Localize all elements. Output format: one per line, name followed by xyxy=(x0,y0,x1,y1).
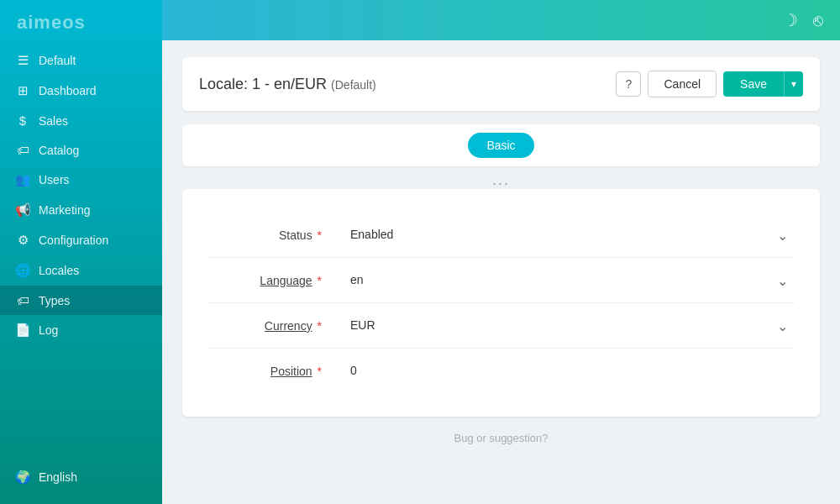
currency-label: Currency * xyxy=(207,319,342,333)
language-label: Language * xyxy=(207,274,342,287)
page-title-text: Locale: 1 - en/EUR xyxy=(199,76,327,92)
sidebar-item-sales[interactable]: $ Sales xyxy=(0,106,162,135)
sidebar-item-locales[interactable]: 🌐 Locales xyxy=(0,255,162,286)
types-icon: 🏷 xyxy=(15,293,30,307)
page-title: Locale: 1 - en/EUR (Default) xyxy=(199,76,376,93)
sales-icon: $ xyxy=(15,113,30,128)
logo-text-accent: eos xyxy=(51,12,86,33)
dashboard-icon: ⊞ xyxy=(15,83,30,98)
sidebar-label-log: Log xyxy=(39,323,58,337)
status-label-text: Status xyxy=(279,228,312,242)
locales-icon: 🌐 xyxy=(15,263,30,278)
sidebar-label-catalog: Catalog xyxy=(39,144,79,157)
tabs-bar: Basic xyxy=(182,124,820,166)
sidebar-item-marketing[interactable]: 📢 Marketing xyxy=(0,195,162,225)
sidebar-label-locales: Locales xyxy=(39,264,79,277)
sidebar-item-default[interactable]: ☰ Default xyxy=(0,45,162,76)
sidebar-item-catalog[interactable]: 🏷 Catalog xyxy=(0,135,162,165)
position-input[interactable] xyxy=(342,357,795,385)
sidebar-label-sales: Sales xyxy=(39,114,68,128)
language-select[interactable]: en de fr xyxy=(342,266,795,294)
logo: aimeos xyxy=(0,0,162,45)
default-badge: (Default) xyxy=(331,78,376,92)
english-icon: 🌍 xyxy=(15,470,30,485)
form-row-position: Position * xyxy=(207,349,795,393)
more-dots[interactable]: ... xyxy=(182,171,820,189)
logout-icon[interactable]: ⎋ xyxy=(813,11,823,30)
sidebar-item-users[interactable]: 👥 Users xyxy=(0,165,162,195)
sidebar-item-types[interactable]: 🏷 Types xyxy=(0,286,162,315)
tab-basic[interactable]: Basic xyxy=(468,133,533,158)
cancel-button[interactable]: Cancel xyxy=(648,71,717,97)
position-required: * xyxy=(314,365,322,378)
language-required: * xyxy=(314,274,322,287)
status-required: * xyxy=(314,228,322,242)
sidebar-label-types: Types xyxy=(39,294,70,307)
catalog-icon: 🏷 xyxy=(15,143,30,157)
status-label: Status * xyxy=(207,228,342,242)
status-control: Enabled Disabled ⌄ xyxy=(342,221,795,249)
sidebar-item-dashboard[interactable]: ⊞ Dashboard xyxy=(0,76,162,106)
language-label-link[interactable]: Language xyxy=(260,274,312,287)
configuration-icon: ⚙ xyxy=(15,233,30,248)
currency-required: * xyxy=(314,319,322,333)
footer-text: Bug or suggestion? xyxy=(182,432,820,444)
sidebar-label-english: English xyxy=(39,470,77,484)
sidebar-item-english[interactable]: 🌍 English xyxy=(0,462,162,492)
sidebar-label-configuration: Configuration xyxy=(39,234,108,247)
logo-text-main: aim xyxy=(17,12,51,33)
sidebar: aimeos ☰ Default ⊞ Dashboard $ Sales 🏷 C… xyxy=(0,0,162,504)
sidebar-item-log[interactable]: 📄 Log xyxy=(0,315,162,345)
sidebar-label-users: Users xyxy=(39,173,70,186)
save-button-group: Save ▾ xyxy=(723,71,803,97)
help-button[interactable]: ? xyxy=(616,71,641,97)
form-row-language: Language * en de fr ⌄ xyxy=(207,258,795,303)
sidebar-label-dashboard: Dashboard xyxy=(39,84,97,97)
dark-mode-icon[interactable]: ☽ xyxy=(783,10,798,30)
users-icon: 👥 xyxy=(15,172,30,187)
position-label: Position * xyxy=(207,365,342,378)
currency-select[interactable]: EUR USD GBP xyxy=(342,312,795,339)
language-control: en de fr ⌄ xyxy=(342,266,795,294)
position-label-link[interactable]: Position xyxy=(270,365,312,378)
sidebar-item-configuration[interactable]: ⚙ Configuration xyxy=(0,225,162,255)
default-icon: ☰ xyxy=(15,53,30,68)
log-icon: 📄 xyxy=(15,323,30,338)
header-actions: ? Cancel Save ▾ xyxy=(616,71,803,97)
sidebar-bottom: 🌍 English xyxy=(0,454,162,504)
currency-control: EUR USD GBP ⌄ xyxy=(342,312,795,339)
content-area: Locale: 1 - en/EUR (Default) ? Cancel Sa… xyxy=(162,40,840,504)
sidebar-label-marketing: Marketing xyxy=(39,203,90,217)
save-dropdown-button[interactable]: ▾ xyxy=(784,71,803,97)
form-row-status: Status * Enabled Disabled ⌄ xyxy=(207,213,795,258)
marketing-icon: 📢 xyxy=(15,202,30,218)
form-card: Status * Enabled Disabled ⌄ Language * xyxy=(182,189,820,417)
main-area: ☽ ⎋ Locale: 1 - en/EUR (Default) ? Cance… xyxy=(162,0,840,504)
currency-label-link[interactable]: Currency xyxy=(265,319,312,333)
position-control xyxy=(342,357,795,385)
topbar: ☽ ⎋ xyxy=(162,0,840,40)
form-row-currency: Currency * EUR USD GBP ⌄ xyxy=(207,303,795,349)
sidebar-label-default: Default xyxy=(39,54,76,67)
page-header-card: Locale: 1 - en/EUR (Default) ? Cancel Sa… xyxy=(182,57,820,111)
sidebar-nav: ☰ Default ⊞ Dashboard $ Sales 🏷 Catalog … xyxy=(0,45,162,454)
status-select[interactable]: Enabled Disabled xyxy=(342,221,795,249)
save-button[interactable]: Save xyxy=(723,71,784,97)
